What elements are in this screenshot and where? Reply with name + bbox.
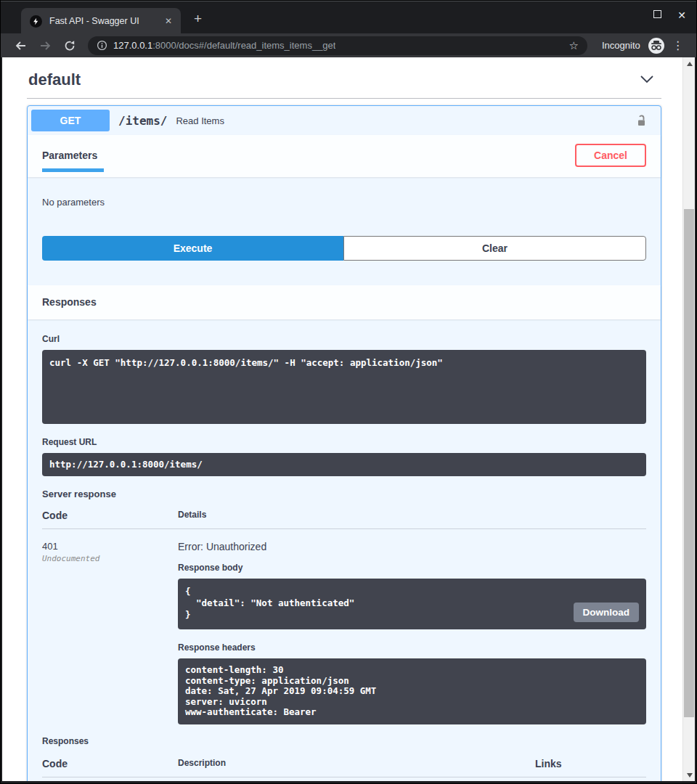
- response-body-block: { "detail": "Not authenticated" } Downlo…: [178, 579, 646, 629]
- response-body-label: Response body: [178, 563, 646, 573]
- response-headers-block: content-length: 30 content-type: applica…: [178, 658, 646, 724]
- execute-wrapper: Execute Clear: [28, 236, 661, 285]
- curl-command: curl -X GET "http://127.0.0.1:8000/items…: [49, 357, 639, 369]
- tab-title: Fast API - Swagger UI: [49, 16, 162, 26]
- curl-label: Curl: [42, 334, 646, 344]
- incognito-label: Incognito: [602, 40, 640, 51]
- parameters-tab[interactable]: Parameters: [42, 150, 97, 161]
- documented-responses-label: Responses: [42, 736, 646, 746]
- scrollbar-up-arrow[interactable]: [683, 57, 695, 70]
- response-headers-text: content-length: 30 content-type: applica…: [185, 665, 639, 718]
- responses-header: Responses: [28, 285, 661, 319]
- forward-button[interactable]: [36, 36, 54, 55]
- chevron-down-icon[interactable]: [640, 73, 654, 86]
- opblock-get-items: GET /items/ Read Items Parameters Cancel…: [27, 105, 661, 781]
- auth-lock-icon[interactable]: [636, 114, 647, 128]
- operation-summary[interactable]: GET /items/ Read Items: [28, 106, 661, 135]
- request-url-label: Request URL: [42, 437, 646, 447]
- browser-toolbar: 127.0.0.1:8000/docs#/default/read_items_…: [1, 33, 696, 57]
- links-column-header: Links: [535, 758, 646, 769]
- fastapi-favicon-icon: [30, 15, 42, 28]
- tab-close-icon[interactable]: ✕: [162, 15, 175, 28]
- operation-summary-text: Read Items: [176, 115, 224, 126]
- request-url-value: http://127.0.0.1:8000/items/: [49, 459, 639, 470]
- live-response-row: 401 Undocumented Error: Unauthorized Res…: [42, 529, 646, 724]
- operation-path: /items/: [118, 114, 167, 128]
- curl-command-block[interactable]: curl -X GET "http://127.0.0.1:8000/items…: [42, 350, 646, 424]
- clear-button[interactable]: Clear: [343, 236, 646, 261]
- scrollbar-thumb[interactable]: [684, 209, 694, 717]
- address-bar[interactable]: 127.0.0.1:8000/docs#/default/read_items_…: [88, 36, 587, 55]
- maximize-button[interactable]: [653, 10, 661, 20]
- browser-tab[interactable]: Fast API - Swagger UI ✕: [21, 8, 181, 34]
- code-column-header: Code: [42, 758, 178, 769]
- response-error-title: Error: Unauthorized: [178, 541, 646, 552]
- execute-button[interactable]: Execute: [42, 236, 343, 261]
- maximize-icon: [653, 10, 661, 18]
- page-info-icon[interactable]: [97, 40, 107, 51]
- swagger-page: default GET /items/ Read Items Parameter…: [2, 57, 695, 781]
- response-status-code: 401: [42, 541, 178, 552]
- tag-title: default: [28, 70, 81, 89]
- server-response-label: Server response: [42, 489, 646, 499]
- back-button[interactable]: [11, 36, 30, 55]
- cancel-button[interactable]: Cancel: [575, 144, 646, 167]
- reload-button[interactable]: [60, 36, 79, 55]
- tag-header[interactable]: default: [27, 57, 661, 99]
- response-body-json: { "detail": "Not authenticated" }: [185, 586, 639, 621]
- request-url-block: http://127.0.0.1:8000/items/: [42, 453, 646, 476]
- url-text: 127.0.0.1:8000/docs#/default/read_items_…: [113, 40, 335, 51]
- scrollbar-down-arrow[interactable]: [683, 769, 695, 781]
- titlebar: Fast API - Swagger UI ✕ + ✕: [1, 1, 696, 33]
- live-response-table-header: Code Details: [42, 510, 646, 529]
- response-headers-label: Response headers: [178, 642, 646, 653]
- parameters-header: Parameters Cancel: [28, 135, 661, 177]
- incognito-icon: [648, 37, 665, 54]
- no-parameters-text: No parameters: [42, 197, 105, 208]
- documented-responses-table-header: Code Description Links: [42, 758, 646, 777]
- close-button[interactable]: ✕: [677, 11, 686, 20]
- browser-window: Fast API - Swagger UI ✕ + ✕ 127.0.0.1:80…: [0, 0, 697, 784]
- details-column-header: Details: [178, 510, 646, 521]
- undocumented-note: Undocumented: [42, 554, 178, 563]
- method-badge: GET: [31, 110, 110, 131]
- responses-section-title: Responses: [42, 296, 97, 308]
- table-row: 200 Successful Response No links: [42, 777, 646, 782]
- download-button[interactable]: Download: [574, 603, 640, 622]
- browser-menu-icon[interactable]: ⋮: [672, 38, 684, 52]
- page-scrollbar[interactable]: [682, 57, 695, 781]
- description-column-header: Description: [178, 758, 535, 769]
- code-column-header: Code: [42, 510, 178, 521]
- bookmark-star-icon[interactable]: ☆: [569, 39, 579, 52]
- new-tab-button[interactable]: +: [194, 12, 202, 25]
